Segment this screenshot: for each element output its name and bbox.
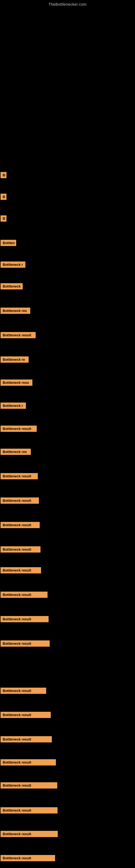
bottleneck-item: Bottleneck res bbox=[1, 308, 30, 314]
bottleneck-item: Bottleneck result bbox=[1, 712, 51, 718]
bottleneck-item: Bottleneck result bbox=[1, 522, 40, 528]
bottleneck-item: Bottleneck result bbox=[1, 567, 41, 574]
bottleneck-item: Bottleneck result bbox=[1, 759, 56, 766]
bottleneck-item: Bottleneck result bbox=[1, 736, 52, 742]
bottleneck-item: Bottleneck result bbox=[1, 616, 49, 622]
bottleneck-item: Bottleneck re bbox=[1, 356, 29, 363]
bottleneck-item: Bottleneck result bbox=[1, 332, 36, 338]
bottleneck-item: Bottleneck result bbox=[1, 831, 58, 837]
bottleneck-item: Bottleneck result bbox=[1, 807, 57, 813]
bottleneck-item: Bottlen bbox=[1, 240, 16, 246]
bottleneck-item: Bottleneck result bbox=[1, 641, 50, 647]
bottleneck-item: B bbox=[1, 172, 6, 178]
site-title: TheBottlenecker.com bbox=[0, 0, 135, 9]
bottleneck-item: Bottleneck r bbox=[1, 403, 26, 409]
bottleneck-item: Bottleneck result bbox=[1, 782, 57, 788]
bottleneck-item: Bottleneck result bbox=[1, 426, 37, 432]
bottleneck-item: Bottleneck result bbox=[1, 688, 46, 694]
bottleneck-item: Bottleneck r bbox=[1, 261, 26, 268]
bottleneck-item: B bbox=[1, 215, 6, 222]
bottleneck-item: Bottleneck result bbox=[1, 473, 38, 479]
bottleneck-item: Bottleneck result bbox=[1, 497, 39, 504]
bottleneck-item: B bbox=[1, 194, 6, 200]
bottleneck-item: Bottleneck bbox=[1, 283, 23, 289]
bottleneck-item: Bottleneck result bbox=[1, 592, 48, 598]
bottleneck-item: Bottleneck result bbox=[1, 546, 41, 553]
bottleneck-item: Bottleneck result bbox=[1, 855, 55, 861]
bottleneck-item: Bottleneck resu bbox=[1, 379, 32, 386]
bottleneck-item: Bottleneck res bbox=[1, 448, 31, 455]
